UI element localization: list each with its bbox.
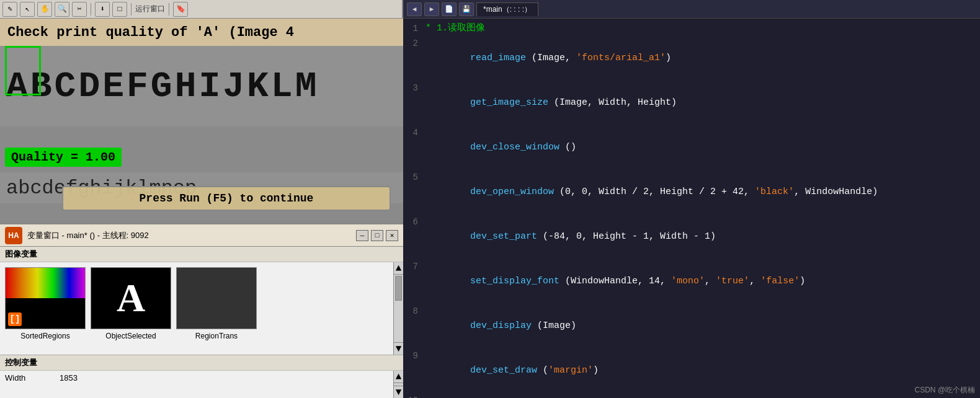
line-content-6: dev_set_part (-84, 0, Height - 1, Width … [423, 214, 980, 259]
line-num-5: 5 [403, 170, 423, 185]
toolbar-btn-8[interactable]: 🔖 [173, 2, 188, 17]
toolbar-btn-6[interactable]: ⬇ [95, 2, 110, 17]
line-num-9: 9 [403, 348, 423, 363]
var-sorted-regions-label: SortedRegions [20, 332, 69, 340]
image-display: Check print quality of 'A' (Image 4 ABCD… [0, 19, 403, 223]
toolbar-btn-2[interactable]: ↖ [20, 2, 35, 17]
var-region-trans-thumb [176, 267, 257, 329]
ctrl-vars-list: Width 1853 [0, 371, 393, 398]
var-object-selected[interactable]: A ObjectSelected [91, 267, 171, 350]
toolbar-sep [91, 3, 91, 15]
window-controls: — □ ✕ [356, 230, 398, 241]
left-panel: ✎ ↖ ✋ 🔍 ✂ ⬇ □ 运行窗口 🔖 Check print quality… [0, 0, 403, 398]
code-line-5: 5 dev_open_window (0, 0, Width / 2, Heig… [403, 170, 980, 214]
line-content-5: dev_open_window (0, 0, Width / 2, Height… [423, 170, 980, 214]
code-fwd-btn[interactable]: ▶ [424, 2, 439, 16]
toolbar-btn-3[interactable]: ✋ [37, 2, 52, 17]
code-tab-main[interactable]: *main（: : : :） [476, 2, 538, 16]
variable-window: HA 变量窗口 - main* () - 主线程: 9092 — □ ✕ 图像变… [0, 223, 403, 398]
line-content-2: read_image (Image, 'fonts/arial_a1') [423, 36, 980, 81]
image-vars-row: [] SortedRegions A ObjectSelected [0, 262, 393, 355]
ctrl-vars-container: Width 1853 ▲ ▼ [0, 371, 403, 398]
code-editor[interactable]: 1 * 1.读取图像 2 read_image (Image, 'fonts/a… [403, 19, 980, 398]
ctrl-scroll-up[interactable]: ▲ [394, 371, 403, 383]
code-line-4: 4 dev_close_window () [403, 125, 980, 170]
ctrl-vars-scrollbar[interactable]: ▲ ▼ [393, 371, 403, 398]
line-num-1: 1 [403, 21, 423, 36]
toolbar-label: 运行窗口 [135, 4, 165, 14]
scroll-track [394, 302, 403, 342]
line-content-4: dev_close_window () [423, 125, 980, 170]
press-run-message: Press Run (F5) to continue [62, 186, 391, 211]
object-a-char: A [117, 275, 145, 321]
scroll-up-btn[interactable]: ▲ [394, 262, 403, 275]
image-vars-scrollbar[interactable]: ▲ ▼ [393, 262, 403, 355]
var-region-trans[interactable]: RegionTrans [176, 267, 257, 350]
line-num-3: 3 [403, 81, 423, 95]
object-selected-bg: A [91, 268, 171, 329]
region-trans-bg [177, 268, 256, 329]
line-content-1: * 1.读取图像 [423, 21, 980, 36]
char-a-highlight [5, 46, 41, 95]
code-line-6: 6 dev_set_part (-84, 0, Height - 1, Widt… [403, 214, 980, 259]
variable-window-title: 变量窗口 - main* () - 主线程: 9092 [27, 230, 351, 241]
image-header-bar: Check print quality of 'A' (Image 4 [0, 19, 403, 46]
code-line-3: 3 get_image_size (Image, Width, Height) [403, 81, 980, 125]
ctrl-vars-section: 控制变量 Width 1853 ▲ ▼ [0, 355, 403, 398]
code-toolbar: ◀ ▶ 📄 💾 *main（: : : :） [403, 0, 980, 19]
line-content-10: gen_rectangle1 (Rectangle, 37, 69, 115, … [423, 393, 980, 398]
line-num-8: 8 [403, 304, 423, 319]
variable-window-titlebar: HA 变量窗口 - main* () - 主线程: 9092 — □ ✕ [0, 224, 403, 247]
line-num-6: 6 [403, 214, 423, 229]
ctrl-var-row-width: Width 1853 [0, 371, 393, 385]
toolbar-sep-3 [169, 3, 169, 15]
var-region-trans-label: RegionTrans [195, 332, 238, 340]
code-doc-btn[interactable]: 📄 [442, 2, 457, 16]
ctrl-var-width-name: Width [5, 373, 55, 383]
image-header-text: Check print quality of 'A' (Image 4 [7, 25, 294, 40]
code-line-2: 2 read_image (Image, 'fonts/arial_a1') [403, 36, 980, 81]
line-num-7: 7 [403, 259, 423, 274]
line-content-9: dev_set_draw ('margin') [423, 348, 980, 393]
var-object-selected-thumb: A [91, 267, 171, 329]
line-num-2: 2 [403, 36, 423, 51]
scroll-thumb[interactable] [395, 276, 402, 301]
line-content-3: get_image_size (Image, Width, Height) [423, 81, 980, 125]
var-sorted-regions-thumb: [] [5, 267, 86, 329]
code-line-9: 9 dev_set_draw ('margin') [403, 348, 980, 393]
maximize-button[interactable]: □ [371, 230, 383, 241]
var-sorted-regions[interactable]: [] SortedRegions [5, 267, 86, 350]
toolbar-sep-2 [131, 3, 131, 15]
toolbar-btn-1[interactable]: ✎ [2, 2, 17, 17]
code-line-10: 10 gen_rectangle1 (Rectangle, 37, 69, 11… [403, 393, 980, 398]
image-vars-container: [] SortedRegions A ObjectSelected [0, 262, 403, 355]
image-vars-label: 图像变量 [0, 247, 403, 262]
ha-logo-icon: HA [5, 227, 22, 244]
sorted-regions-icon: [] [8, 312, 22, 326]
line-content-8: dev_display (Image) [423, 304, 980, 348]
minimize-button[interactable]: — [356, 230, 368, 241]
close-button[interactable]: ✕ [386, 230, 398, 241]
toolbar: ✎ ↖ ✋ 🔍 ✂ ⬇ □ 运行窗口 🔖 [0, 0, 402, 19]
scroll-down-btn[interactable]: ▼ [394, 342, 403, 355]
line-content-7: set_display_font (WindowHandle, 14, 'mon… [423, 259, 980, 304]
ctrl-vars-label: 控制变量 [0, 355, 403, 371]
code-line-1: 1 * 1.读取图像 [403, 21, 980, 36]
toolbar-btn-5[interactable]: ✂ [72, 2, 87, 17]
var-object-selected-label: ObjectSelected [105, 332, 156, 340]
watermark: CSDN @吃个棋楠 [914, 385, 975, 396]
code-save-btn[interactable]: 💾 [459, 2, 474, 16]
line-num-10: 10 [403, 393, 423, 398]
chars-upper-text: ABCDEFGHIJKLM [6, 66, 319, 107]
toolbar-btn-7[interactable]: □ [112, 2, 127, 17]
chars-display-upper: ABCDEFGHIJKLM [0, 46, 403, 126]
code-line-7: 7 set_display_font (WindowHandle, 14, 'm… [403, 259, 980, 304]
line-num-4: 4 [403, 125, 423, 140]
quality-badge: Quality = 1.00 [5, 148, 122, 167]
ctrl-scroll-down[interactable]: ▼ [394, 386, 403, 398]
toolbar-btn-4[interactable]: 🔍 [55, 2, 69, 17]
code-line-8: 8 dev_display (Image) [403, 304, 980, 348]
right-panel: ◀ ▶ 📄 💾 *main（: : : :） 1 * 1.读取图像 2 read… [403, 0, 980, 398]
code-back-btn[interactable]: ◀ [407, 2, 422, 16]
ctrl-var-width-value: 1853 [60, 373, 78, 383]
